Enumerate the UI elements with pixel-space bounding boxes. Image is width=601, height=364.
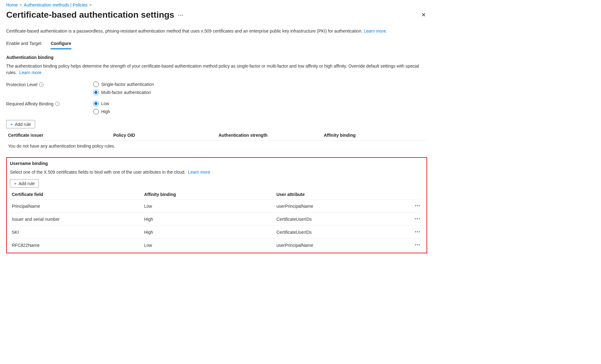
radio-icon — [93, 101, 99, 106]
username-binding-learn-more[interactable]: Learn more — [188, 170, 210, 175]
page-header: Certificate-based authentication setting… — [6, 10, 427, 20]
page-title-wrap: Certificate-based authentication setting… — [6, 10, 184, 20]
add-rule-username-binding-label: Add rule — [19, 181, 35, 186]
protection-level-radio-group: Single-factor authentication Multi-facto… — [93, 82, 154, 95]
radio-affinity-high-label: High — [101, 109, 110, 114]
cell-cert-field: SKI — [10, 226, 142, 239]
cell-affinity: Low — [142, 239, 274, 252]
col-auth-strength: Authentication strength — [217, 130, 322, 140]
cell-affinity: High — [142, 226, 274, 239]
row-more-icon[interactable]: ··· — [415, 216, 420, 222]
auth-binding-empty-msg: You do not have any authentication bindi… — [6, 140, 427, 152]
auth-binding-heading: Authentication binding — [6, 55, 427, 60]
row-more-icon[interactable]: ··· — [415, 203, 420, 209]
auth-binding-learn-more[interactable]: Learn more — [19, 70, 42, 75]
cell-affinity: High — [142, 213, 274, 226]
tabs: Enable and Target Configure — [6, 39, 427, 49]
auth-binding-description: The authentication binding policy helps … — [6, 63, 427, 76]
radio-icon — [93, 82, 99, 87]
affinity-binding-label: Required Affinity Binding i — [6, 101, 93, 106]
auth-binding-table: Certificate issuer Policy OID Authentica… — [6, 130, 427, 152]
radio-single-factor-label: Single-factor authentication — [101, 82, 154, 87]
username-binding-table-header: Certificate field Affinity binding User … — [10, 189, 423, 200]
col-policy-oid: Policy OID — [111, 130, 217, 140]
affinity-binding-label-text: Required Affinity Binding — [6, 101, 53, 106]
chevron-right-icon: > — [20, 3, 22, 7]
col-user-attribute: User attribute — [274, 189, 399, 200]
radio-icon — [93, 90, 99, 95]
cell-cert-field: RFC822Name — [10, 239, 142, 252]
info-icon[interactable]: i — [55, 102, 60, 106]
radio-single-factor[interactable]: Single-factor authentication — [93, 82, 154, 87]
tab-configure[interactable]: Configure — [51, 39, 71, 49]
cell-cert-field: PrincipalName — [10, 200, 142, 213]
page-description-text: Certificate-based authentication is a pa… — [6, 29, 363, 33]
more-icon[interactable]: ⋯ — [178, 11, 184, 18]
username-binding-description: Select one of the X.509 certificates fie… — [10, 169, 423, 175]
protection-level-label-text: Protection Level — [6, 82, 37, 87]
close-icon[interactable]: ✕ — [420, 10, 427, 20]
breadcrumb: Home > Authentication methods | Policies… — [6, 2, 427, 7]
page-description: Certificate-based authentication is a pa… — [6, 29, 427, 33]
cell-affinity: Low — [142, 200, 274, 213]
radio-icon — [93, 109, 99, 114]
row-more-icon[interactable]: ··· — [415, 229, 420, 235]
username-binding-description-text: Select one of the X.509 certificates fie… — [10, 170, 186, 175]
col-cert-issuer: Certificate issuer — [6, 130, 111, 140]
cell-user-attribute: userPrincipalName — [274, 200, 399, 213]
cell-user-attribute: CertificateUserIDs — [274, 226, 399, 239]
username-binding-section: Username binding Select one of the X.509… — [6, 157, 427, 253]
add-rule-auth-binding-label: Add rule — [15, 122, 31, 127]
breadcrumb-auth-methods[interactable]: Authentication methods | Policies — [24, 2, 88, 7]
breadcrumb-home[interactable]: Home — [6, 2, 18, 7]
cell-user-attribute: CertificateUserIDs — [274, 213, 399, 226]
auth-binding-empty-row: You do not have any authentication bindi… — [6, 140, 427, 152]
col-cert-field: Certificate field — [10, 189, 142, 200]
plus-icon: + — [14, 181, 17, 186]
page-title: Certificate-based authentication setting… — [6, 10, 174, 20]
protection-level-row: Protection Level i Single-factor authent… — [6, 82, 427, 95]
radio-affinity-high[interactable]: High — [93, 109, 110, 114]
protection-level-label: Protection Level i — [6, 82, 93, 87]
table-row: SKIHighCertificateUserIDs··· — [10, 226, 423, 239]
table-row: RFC822NameLowuserPrincipalName··· — [10, 239, 423, 252]
learn-more-link[interactable]: Learn more — [364, 29, 386, 33]
table-row: PrincipalNameLowuserPrincipalName··· — [10, 200, 423, 213]
chevron-right-icon: > — [89, 3, 92, 7]
affinity-binding-radio-group: Low High — [93, 101, 110, 114]
cell-user-attribute: userPrincipalName — [274, 239, 399, 252]
auth-binding-table-header: Certificate issuer Policy OID Authentica… — [6, 130, 427, 140]
username-binding-table: Certificate field Affinity binding User … — [10, 189, 423, 251]
row-more-icon[interactable]: ··· — [415, 242, 420, 248]
affinity-binding-row: Required Affinity Binding i Low High — [6, 101, 427, 114]
radio-multi-factor[interactable]: Multi-factor authentication — [93, 90, 154, 95]
tab-enable-target[interactable]: Enable and Target — [6, 39, 41, 49]
username-binding-heading: Username binding — [10, 161, 423, 166]
cell-cert-field: Issuer and serial number — [10, 213, 142, 226]
add-rule-username-binding-button[interactable]: + Add rule — [10, 179, 39, 188]
col-affinity-binding: Affinity binding — [322, 130, 427, 140]
radio-affinity-low[interactable]: Low — [93, 101, 110, 106]
add-rule-auth-binding-button[interactable]: + Add rule — [6, 120, 35, 128]
plus-icon: + — [10, 122, 13, 127]
radio-affinity-low-label: Low — [101, 101, 109, 106]
radio-multi-factor-label: Multi-factor authentication — [101, 90, 151, 95]
info-icon[interactable]: i — [39, 82, 43, 87]
auth-binding-description-text: The authentication binding policy helps … — [6, 64, 419, 75]
table-row: Issuer and serial numberHighCertificateU… — [10, 213, 423, 226]
col-affinity: Affinity binding — [142, 189, 274, 200]
